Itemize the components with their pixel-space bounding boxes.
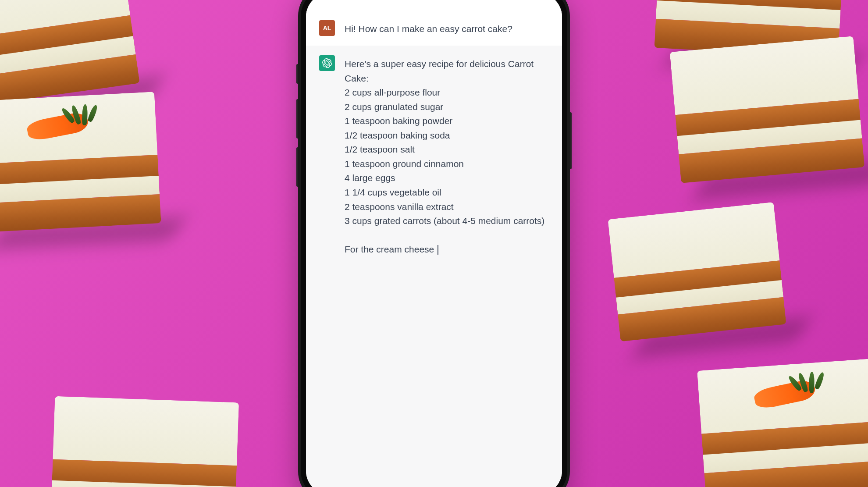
user-message[interactable]: AL Hi! How can I make an easy carrot cak… [306,11,562,46]
ingredient-line: 1/2 teaspoon salt [345,142,549,157]
assistant-message-content: Here's a super easy recipe for delicious… [345,55,549,484]
user-avatar-initials: AL [323,25,331,32]
phone-screen[interactable]: AL Hi! How can I make an easy carrot cak… [306,0,562,487]
ingredient-line: 1 teaspoon ground cinnamon [345,157,549,171]
ingredient-line: 1/2 teaspoon baking soda [345,128,549,143]
ingredient-line: 2 cups granulated sugar [345,100,549,114]
recipe-continuation: For the cream cheese [345,242,549,257]
user-message-text: Hi! How can I make an easy carrot cake? [345,20,549,36]
user-avatar: AL [319,20,335,36]
typing-cursor-icon [438,245,438,255]
cake-slice-decoration [697,358,868,487]
ingredient-line: 1 1/4 cups vegetable oil [345,185,549,200]
phone-mockup: AL Hi! How can I make an easy carrot cak… [298,0,570,487]
cake-slice-decoration [0,0,140,109]
continuation-text: For the cream cheese [345,244,437,254]
cake-slice-decoration [670,36,865,183]
cake-slice-decoration [0,92,161,233]
assistant-avatar [319,55,335,71]
cake-slice-decoration [50,396,239,487]
ingredient-line: 4 large eggs [345,171,549,185]
ingredient-line: 2 cups all-purpose flour [345,85,549,100]
ingredient-line: 3 cups grated carrots (about 4-5 medium … [345,214,549,228]
chat-conversation[interactable]: AL Hi! How can I make an easy carrot cak… [306,0,562,487]
ingredient-line: 1 teaspoon baking powder [345,114,549,128]
ingredient-line: 2 teaspoons vanilla extract [345,200,549,214]
assistant-message[interactable]: Here's a super easy recipe for delicious… [306,46,562,487]
recipe-intro: Here's a super easy recipe for delicious… [345,57,549,85]
cake-slice-decoration [608,202,786,341]
phone-frame: AL Hi! How can I make an easy carrot cak… [298,0,570,487]
openai-logo-icon [322,58,332,68]
